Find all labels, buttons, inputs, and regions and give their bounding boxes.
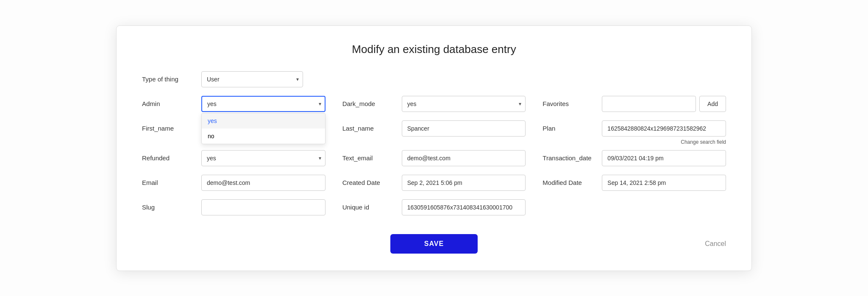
- modal-title: Modify an existing database entry: [142, 43, 726, 56]
- type-select-wrapper[interactable]: User ▾: [201, 71, 303, 87]
- transaction-date-input[interactable]: [602, 150, 726, 166]
- dark-mode-label: Dark_mode: [342, 100, 402, 107]
- type-select[interactable]: User: [201, 71, 303, 87]
- transaction-date-label: Transaction_date: [542, 154, 602, 162]
- save-button[interactable]: SAVE: [390, 234, 478, 254]
- last-name-input[interactable]: [402, 120, 526, 137]
- col-admin: Admin yes ▾ yes no: [142, 96, 326, 112]
- admin-option-no[interactable]: no: [202, 128, 325, 144]
- admin-dropdown-wrapper[interactable]: yes ▾ yes no: [201, 96, 326, 112]
- col-favorites: Favorites Add: [542, 96, 726, 112]
- plan-input[interactable]: [602, 120, 726, 137]
- plan-label: Plan: [542, 125, 602, 132]
- cancel-button[interactable]: Cancel: [705, 240, 726, 248]
- row-admin-darkmode-favorites: Admin yes ▾ yes no Dark_mode ye: [142, 96, 726, 112]
- dark-mode-select-wrapper[interactable]: yes no ▾: [402, 96, 526, 112]
- col-lastname: Last_name: [342, 120, 526, 137]
- refunded-select[interactable]: yes no: [201, 150, 326, 166]
- plan-wrapper: Change search field: [602, 120, 726, 137]
- modified-date-label: Modified Date: [542, 179, 602, 186]
- change-search-link[interactable]: Change search field: [681, 139, 726, 145]
- row-email-createddate-modifieddate: Email Created Date Modified Date: [142, 175, 726, 191]
- dark-mode-select[interactable]: yes no: [402, 96, 526, 112]
- col-modified-date: Modified Date: [542, 175, 726, 191]
- bottom-bar: SAVE Cancel: [142, 234, 726, 254]
- admin-dropdown-trigger[interactable]: yes: [201, 96, 326, 112]
- refunded-select-wrapper[interactable]: yes no ▾: [201, 150, 326, 166]
- email-input[interactable]: [201, 175, 326, 191]
- col-unique-id: Unique id: [342, 199, 526, 215]
- admin-label: Admin: [142, 100, 201, 107]
- modal-overlay: Modify an existing database entry Type o…: [0, 0, 868, 296]
- favorites-add-button[interactable]: Add: [699, 96, 726, 112]
- unique-id-label: Unique id: [342, 204, 402, 211]
- created-date-label: Created Date: [342, 179, 402, 186]
- slug-label: Slug: [142, 204, 201, 211]
- type-of-thing-label: Type of thing: [142, 75, 201, 83]
- first-name-label: First_name: [142, 125, 201, 132]
- unique-id-input[interactable]: [402, 199, 526, 215]
- modified-date-input[interactable]: [602, 175, 726, 191]
- favorites-wrapper: Add: [602, 96, 726, 112]
- admin-selected-value: yes: [207, 101, 217, 107]
- text-email-input[interactable]: [402, 150, 526, 166]
- col-slug: Slug: [142, 199, 326, 215]
- col-created-date: Created Date: [342, 175, 526, 191]
- col-transaction-date: Transaction_date: [542, 150, 726, 166]
- refunded-label: Refunded: [142, 154, 201, 162]
- last-name-label: Last_name: [342, 125, 402, 132]
- admin-dropdown-menu: yes no: [201, 113, 326, 144]
- col-email: Email: [142, 175, 326, 191]
- col-plan: Plan Change search field: [542, 120, 726, 137]
- col-refunded: Refunded yes no ▾: [142, 150, 326, 166]
- type-row: Type of thing User ▾: [142, 71, 726, 87]
- col-textemail: Text_email: [342, 150, 526, 166]
- created-date-input[interactable]: [402, 175, 526, 191]
- modal-dialog: Modify an existing database entry Type o…: [116, 25, 752, 271]
- slug-input[interactable]: [201, 199, 326, 215]
- email-label: Email: [142, 179, 201, 186]
- col-darkmode: Dark_mode yes no ▾: [342, 96, 526, 112]
- row-refunded-textemail-transdate: Refunded yes no ▾ Text_email Transaction…: [142, 150, 726, 166]
- admin-option-yes[interactable]: yes: [202, 113, 325, 128]
- favorites-label: Favorites: [542, 100, 602, 107]
- text-email-label: Text_email: [342, 154, 402, 162]
- row-slug-uniqueid: Slug Unique id: [142, 199, 726, 215]
- favorites-input[interactable]: [602, 96, 696, 112]
